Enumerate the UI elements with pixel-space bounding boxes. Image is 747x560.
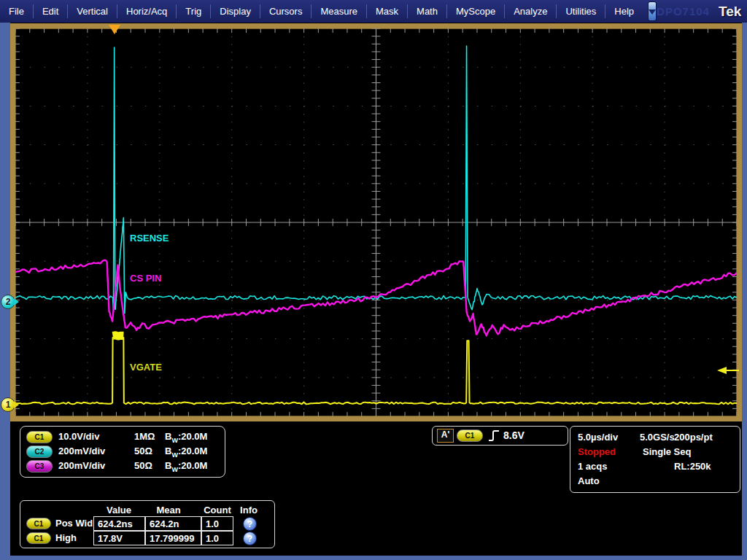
trace-cs-pin	[15, 260, 107, 273]
trace-rsense	[468, 288, 492, 309]
channel-impedance: 1MΩ	[134, 431, 155, 442]
menu-edit[interactable]: Edit	[34, 0, 67, 23]
rising-edge-icon	[488, 429, 500, 443]
meas-name: High	[55, 532, 77, 543]
meas-source-badge[interactable]: C1	[26, 532, 51, 544]
channel-scale: 10.0V/div	[58, 431, 99, 442]
tek-logo: Tek	[719, 4, 741, 20]
resolution: 200ps/pt	[674, 432, 713, 443]
titlebar-right: DPO7104 Tek	[657, 1, 747, 22]
trace-rsense	[492, 296, 737, 300]
trace-vgate	[470, 402, 737, 405]
menu-measure[interactable]: Measure	[311, 0, 366, 23]
trace-cs-pin	[157, 261, 463, 324]
channel2-position-marker[interactable]: 2	[1, 295, 15, 309]
menu-math[interactable]: Math	[408, 0, 446, 23]
menu-myscope[interactable]: MyScope	[447, 0, 504, 23]
model-label: DPO7104	[657, 5, 710, 18]
trace-vgate	[112, 338, 124, 403]
channel-badge-c2[interactable]: C2	[26, 446, 53, 458]
trace-label-vgate: VGATE	[130, 362, 162, 373]
oscilloscope-screen: FileEditVerticalHoriz/AcqTrigDisplayCurs…	[0, 0, 747, 560]
info-icon[interactable]: ?	[243, 532, 257, 545]
menu-overflow-button[interactable]	[648, 1, 657, 21]
menu-bar: FileEditVerticalHoriz/AcqTrigDisplayCurs…	[0, 0, 747, 23]
measurement-table[interactable]: ValueMeanCountInfoC1Pos Wid624.2ns624.2n…	[20, 500, 275, 548]
graticule-plot	[15, 28, 737, 416]
channel-scale: 200mV/div	[58, 446, 105, 456]
trace-rsense	[113, 47, 115, 311]
trace-vgate	[466, 341, 469, 403]
meas-header-value: Value	[107, 505, 131, 516]
menu-horiz-acq[interactable]: Horiz/Acq	[117, 0, 176, 23]
trace-cs-pin	[510, 273, 737, 330]
trace-vgate	[124, 402, 466, 405]
channel-bandwidth: BW:20.0M	[165, 460, 207, 473]
meas-header-count: Count	[204, 505, 231, 516]
channel-scale: 200mV/div	[58, 460, 105, 471]
meas-mean: 624.2n	[145, 516, 201, 531]
horizontal-acquisition-panel[interactable]: 5.0µs/div 5.0GS/s 200ps/pt Stopped Singl…	[570, 426, 740, 493]
menu-file[interactable]: File	[0, 0, 33, 23]
trigger-level-marker-icon[interactable]	[717, 367, 739, 374]
channel1-position-marker[interactable]: 1	[1, 397, 15, 412]
trigger-mode: Auto	[578, 475, 600, 486]
meas-name: Pos Wid	[55, 518, 93, 529]
meas-count: 1.0	[201, 531, 233, 545]
menu-analyze[interactable]: Analyze	[505, 0, 556, 23]
trigger-arm-badge: A'	[437, 429, 454, 443]
meas-mean: 17.799999	[145, 531, 201, 545]
acquisition-mode: Single Seq	[643, 446, 691, 457]
acquisition-state: Stopped	[578, 446, 616, 457]
meas-value: 17.8V	[93, 531, 145, 545]
trace-label-cs-pin: CS PIN	[130, 273, 161, 284]
waveform-display[interactable]: RSENSECS PINVGATE	[10, 23, 742, 421]
menu-display[interactable]: Display	[211, 0, 260, 23]
trigger-readout-panel[interactable]: A' C1 8.6V	[432, 426, 568, 446]
meas-header-mean: Mean	[156, 505, 180, 516]
channel-bandwidth: BW:20.0M	[165, 446, 207, 459]
menu-trig[interactable]: Trig	[177, 0, 210, 23]
menu-help[interactable]: Help	[605, 0, 643, 23]
menu-items: FileEditVerticalHoriz/AcqTrigDisplayCurs…	[0, 0, 643, 23]
trigger-source-badge: C1	[457, 429, 483, 442]
trigger-position-marker-icon[interactable]	[109, 25, 120, 34]
trace-cs-pin	[125, 322, 157, 330]
channel-badge-c1[interactable]: C1	[26, 431, 53, 443]
channel-settings-panel[interactable]: C110.0V/div1MΩBW:20.0MC2200mV/div50ΩBW:2…	[20, 426, 225, 478]
trace-rsense	[15, 296, 113, 300]
meas-source-badge[interactable]: C1	[26, 518, 51, 529]
meas-value: 624.2ns	[93, 516, 145, 531]
channel-bandwidth: BW:20.0M	[165, 431, 207, 444]
trace-vgate	[113, 335, 124, 336]
trace-label-rsense: RSENSE	[130, 233, 169, 244]
menu-mask[interactable]: Mask	[367, 0, 407, 23]
channel-badge-c3[interactable]: C3	[26, 460, 53, 472]
channel-impedance: 50Ω	[134, 460, 152, 471]
acquisition-count: 1 acqs	[578, 461, 607, 472]
menu-vertical[interactable]: Vertical	[68, 0, 117, 23]
channel-impedance: 50Ω	[134, 446, 152, 456]
trace-vgate	[15, 402, 112, 405]
meas-header-info: Info	[240, 505, 258, 516]
menu-cursors[interactable]: Cursors	[260, 0, 311, 23]
trace-cs-pin	[476, 324, 510, 335]
record-length: RL:250k	[674, 461, 711, 472]
trigger-level-value: 8.6V	[503, 429, 525, 441]
trace-rsense	[127, 296, 465, 300]
sample-rate: 5.0GS/s	[640, 432, 675, 443]
chevron-down-icon	[649, 9, 656, 15]
trace-rsense	[465, 46, 468, 298]
info-icon[interactable]: ?	[243, 517, 257, 531]
time-per-div: 5.0µs/div	[578, 432, 618, 443]
menu-utilities[interactable]: Utilities	[557, 0, 605, 23]
meas-count: 1.0	[201, 516, 233, 531]
scope-content-area: RSENSECS PINVGATE 2 1 C110.0V/div1MΩBW:2…	[10, 23, 742, 556]
